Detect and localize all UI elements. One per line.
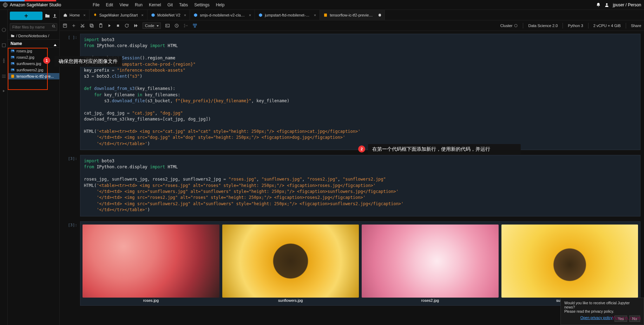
file-item[interactable]: sunflowers.jpg	[8, 60, 59, 67]
close-icon[interactable]: ×	[83, 13, 85, 17]
instance-label[interactable]: 2 vCPU + 4 GiB	[593, 24, 621, 28]
folder-icon	[11, 34, 15, 38]
annotation-callout-2: 在第一个代码框下面添加新行，使用新的代码，并运行	[368, 144, 521, 155]
svg-rect-31	[166, 24, 170, 27]
tab[interactable]: jumpstart-ftd-mobilenet-v2-c×	[255, 10, 320, 20]
git-icon[interactable]	[183, 23, 188, 28]
run-all-icon[interactable]	[133, 23, 138, 28]
svg-point-10	[12, 50, 12, 51]
output-area: roses.jpgsunflowers.jpgroses2.jpgsunflow…	[80, 221, 640, 306]
menu-git[interactable]: Git	[167, 2, 173, 7]
tab-label: SageMaker JumpStart	[99, 13, 138, 17]
breadcrumb[interactable]: / DemoNotebooks /	[8, 32, 59, 39]
image-caption: sunflowers.jpg	[278, 298, 303, 303]
aws-icon	[3, 2, 8, 7]
share-button[interactable]: Share	[631, 24, 641, 28]
tab[interactable]: tensorflow-ic-tf2-preview-mo	[320, 10, 385, 20]
menu-kernel[interactable]: Kernel	[149, 2, 161, 7]
tab[interactable]: MobileNet V2×	[147, 10, 190, 20]
clock-icon[interactable]	[174, 23, 179, 28]
notebook-icon	[323, 13, 328, 17]
svg-point-14	[12, 63, 12, 64]
cluster-indicator[interactable]: Cluster	[500, 24, 518, 28]
menu-tabs[interactable]: Tabs	[179, 2, 188, 7]
filter-input[interactable]	[10, 23, 57, 31]
rail-icon[interactable]	[1, 58, 6, 63]
kernel-env[interactable]: Data Science 2.0	[528, 24, 558, 28]
image-cell: roses2.jpg	[362, 225, 499, 303]
cut-icon[interactable]	[80, 23, 85, 28]
save-icon[interactable]	[63, 23, 67, 28]
svg-rect-20	[64, 24, 66, 25]
code-cell[interactable]: [ ]: import boto3 from IPython.core.disp…	[63, 34, 640, 150]
cube-icon	[193, 13, 198, 17]
folder-icon[interactable]	[45, 13, 50, 19]
notebook-scroll[interactable]: [ ]: import boto3 from IPython.core.disp…	[60, 31, 644, 325]
output-image	[362, 225, 499, 298]
close-icon[interactable]: ×	[141, 13, 143, 17]
stop-icon[interactable]	[116, 24, 120, 28]
svg-rect-19	[63, 24, 66, 27]
file-label: sunflowers2.jpg	[17, 68, 43, 72]
menu-run[interactable]: Run	[135, 2, 143, 7]
svg-rect-36	[193, 24, 195, 25]
cell-prompt: [ ]:	[63, 34, 80, 150]
menu-edit[interactable]: Edit	[106, 2, 113, 7]
user-icon[interactable]	[604, 2, 609, 7]
yuucn-watermark: Yuucn.com	[612, 315, 641, 321]
privacy-link[interactable]: Open privacy policy	[580, 316, 613, 322]
run-icon[interactable]	[107, 24, 112, 28]
code-cell[interactable]: [3]: import boto3 from IPython.core.disp…	[63, 155, 640, 216]
rail-icon[interactable]	[2, 89, 6, 93]
file-item[interactable]: tensorflow-ic-tf2-pre...	[8, 73, 59, 79]
user-label[interactable]: jpuser / Person	[613, 2, 641, 7]
code-input[interactable]: import boto3 from IPython.core.display i…	[80, 34, 640, 150]
app-header: Amazon SageMaker Studio File Edit View R…	[0, 0, 644, 10]
rocket-icon	[93, 13, 97, 17]
new-button[interactable]: +	[10, 12, 42, 20]
output-image	[222, 225, 359, 298]
rail-icon[interactable]	[1, 27, 6, 32]
svg-rect-23	[90, 24, 92, 26]
news-popup: Would you like to receive official Jupyt…	[560, 298, 644, 325]
rail-icon[interactable]	[1, 43, 6, 48]
menu-view[interactable]: View	[119, 2, 129, 7]
file-list-header[interactable]: Name	[8, 39, 59, 48]
close-icon[interactable]: ×	[314, 13, 316, 17]
close-icon[interactable]: ×	[249, 13, 251, 17]
add-cell-icon[interactable]	[72, 24, 76, 28]
svg-marker-27	[109, 24, 111, 27]
svg-point-39	[514, 24, 517, 27]
tab[interactable]: SageMaker JumpStart×	[90, 10, 147, 20]
tab[interactable]: smjs-d-mobilenet-v2-classific×	[190, 10, 255, 20]
brand: Amazon SageMaker Studio	[3, 2, 61, 7]
restart-icon[interactable]	[124, 23, 129, 28]
paste-icon[interactable]	[98, 23, 103, 28]
close-icon[interactable]: ×	[184, 13, 186, 17]
menu-file[interactable]: File	[93, 2, 99, 7]
svg-point-12	[12, 57, 12, 57]
cluster-icon[interactable]	[192, 23, 197, 28]
copy-icon[interactable]	[89, 23, 94, 28]
kernel-lang[interactable]: Python 3	[568, 24, 583, 28]
sort-asc-icon	[54, 41, 57, 46]
tab[interactable]: Home×	[60, 10, 90, 20]
menu-help[interactable]: Help	[216, 2, 225, 7]
file-item[interactable]: roses2.jpg	[8, 54, 59, 60]
file-item[interactable]: roses.jpg	[8, 48, 59, 54]
svg-point-2	[2, 28, 6, 32]
rail-icon[interactable]	[1, 74, 6, 79]
svg-rect-24	[91, 25, 93, 27]
terminal-icon[interactable]	[165, 23, 170, 28]
dirty-indicator	[379, 14, 381, 17]
code-input[interactable]: import boto3 from IPython.core.display i…	[80, 155, 640, 216]
menu-settings[interactable]: Settings	[194, 2, 209, 7]
cell-type-dropdown[interactable]: Code	[143, 22, 161, 29]
svg-rect-37	[195, 24, 197, 25]
output-image	[501, 225, 638, 298]
file-item[interactable]: sunflowers2.jpg	[8, 67, 59, 73]
bell-icon[interactable]	[596, 2, 601, 7]
upload-icon[interactable]	[52, 13, 57, 18]
file-panel: + / DemoNotebooks / Name roses.jpgroses2…	[8, 10, 60, 325]
output-cell: [3]: roses.jpgsunflowers.jpgroses2.jpgsu…	[63, 221, 640, 306]
